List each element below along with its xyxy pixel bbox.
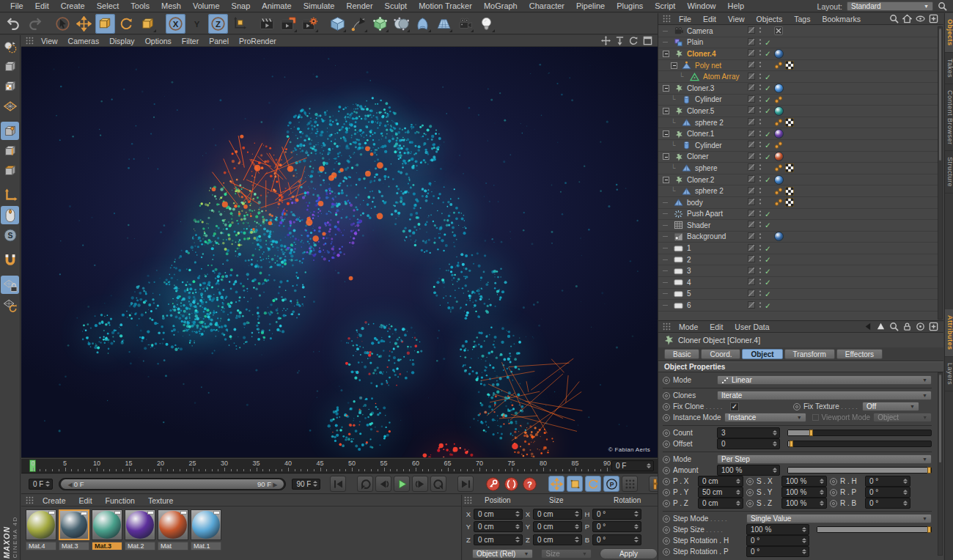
visibility-dots-icon[interactable]: [759, 197, 762, 207]
layer-icon[interactable]: [748, 130, 757, 139]
main-menu-character[interactable]: Character: [523, 1, 570, 10]
viewport-maximize-icon[interactable]: [643, 36, 652, 45]
layer-icon[interactable]: [748, 152, 757, 161]
enabled-check-icon[interactable]: ✓: [764, 38, 772, 47]
object-row-cloner-2[interactable]: Cloner.2✓: [658, 174, 938, 186]
step-size-field[interactable]: 100 %: [746, 524, 809, 535]
am-search-icon[interactable]: [889, 322, 899, 331]
coordinate-z-field[interactable]: 0 cm: [474, 534, 523, 545]
enabled-check-icon[interactable]: ✓: [764, 175, 772, 184]
keyframe-circle-icon[interactable]: [663, 526, 670, 534]
amount-field[interactable]: 100 %: [717, 465, 780, 476]
timeline-ruler[interactable]: 051015202530354045505560657075808590 0 F: [21, 459, 658, 474]
layout-select[interactable]: Standard ▼: [847, 1, 933, 11]
enabled-check-icon[interactable]: ✓: [764, 210, 772, 218]
panel-grip-icon[interactable]: [26, 496, 34, 505]
am-history-icon[interactable]: [916, 322, 925, 331]
visibility-dots-icon[interactable]: [759, 254, 762, 265]
visibility-dots-icon[interactable]: [759, 152, 762, 162]
modeling-objects-button[interactable]: [391, 14, 411, 34]
object-row-shader[interactable]: Shader✓: [658, 220, 938, 232]
main-menu-tools[interactable]: Tools: [125, 1, 155, 10]
visibility-dots-icon[interactable]: [759, 117, 762, 128]
dots-tag-icon[interactable]: [774, 118, 783, 127]
layer-icon[interactable]: [748, 38, 757, 47]
visibility-dots-icon[interactable]: [759, 301, 762, 311]
object-row-cloner[interactable]: Cloner✓: [658, 152, 938, 163]
keyframe-pla-toggle[interactable]: [622, 476, 638, 492]
visibility-dots-icon[interactable]: [759, 83, 762, 93]
goto-end-button[interactable]: [457, 476, 474, 492]
per-step-select[interactable]: Per Step▼: [717, 454, 932, 464]
panel-grip-icon[interactable]: [26, 37, 34, 45]
step-rotation-p-field[interactable]: 0 °: [746, 546, 809, 557]
r-h-field[interactable]: 0 °: [865, 476, 910, 487]
keyframe-circle-icon[interactable]: [793, 403, 801, 410]
enabled-check-icon[interactable]: ✓: [764, 49, 772, 58]
render-to-picture-viewer-button[interactable]: [279, 14, 298, 34]
viewport-tweak-button[interactable]: [1, 206, 19, 224]
timeline-range-slider[interactable]: ◀ 0 F 90 F ▶: [61, 479, 284, 489]
attribute-scrollbar[interactable]: [938, 372, 943, 556]
object-menu-file[interactable]: File: [673, 15, 697, 23]
object-row-atom-array[interactable]: └Atom Array✓: [658, 71, 938, 83]
visibility-dots-icon[interactable]: [759, 220, 762, 230]
side-tab-takes[interactable]: Takes: [945, 53, 953, 84]
render-settings-button[interactable]: [300, 14, 320, 34]
checker-tag-icon[interactable]: [785, 61, 794, 70]
stepper-icon[interactable]: [45, 481, 51, 487]
am-back-icon[interactable]: [863, 322, 872, 331]
coordinate-b-field[interactable]: 0 °: [592, 534, 641, 545]
main-menu-script[interactable]: Script: [649, 1, 681, 10]
viewport-pan-icon[interactable]: [601, 36, 611, 45]
offset-field[interactable]: 0: [717, 438, 780, 449]
search-icon[interactable]: [938, 1, 947, 11]
visibility-dots-icon[interactable]: [759, 60, 762, 70]
object-row-camera[interactable]: Camera: [658, 26, 938, 37]
object-row-plain[interactable]: Plain✓: [658, 37, 938, 49]
layer-icon[interactable]: [748, 95, 757, 104]
material-tag-icon[interactable]: [774, 175, 784, 185]
fix-clone-checkbox[interactable]: ✓: [730, 402, 739, 411]
visibility-dots-icon[interactable]: [759, 37, 762, 48]
visibility-dots-icon[interactable]: [759, 48, 762, 59]
om-home-icon[interactable]: [902, 14, 912, 23]
main-menu-edit[interactable]: Edit: [29, 1, 55, 10]
collapse-icon[interactable]: [671, 62, 677, 69]
move-tool-button[interactable]: [74, 14, 94, 34]
collapse-icon[interactable]: [663, 153, 669, 160]
object-row-body[interactable]: body: [658, 197, 938, 209]
enabled-check-icon[interactable]: ✓: [764, 255, 772, 264]
material-tag-icon[interactable]: [774, 49, 784, 59]
redo-button[interactable]: [25, 14, 45, 34]
material-mat-1[interactable]: Mat.1: [191, 509, 221, 550]
panel-grip-icon[interactable]: [663, 323, 671, 331]
p-y-field[interactable]: 50 cm: [698, 487, 743, 498]
layer-icon[interactable]: [748, 26, 757, 35]
main-menu-volume[interactable]: Volume: [187, 1, 226, 10]
panel-grip-icon[interactable]: [464, 496, 473, 505]
object-menu-view[interactable]: View: [722, 15, 751, 23]
collapse-icon[interactable]: [663, 130, 669, 137]
step-rotation-h-field[interactable]: 0 °: [746, 535, 809, 546]
layer-icon[interactable]: [748, 267, 757, 276]
object-row-cloner-1[interactable]: Cloner.1✓: [658, 128, 938, 140]
tab-effectors[interactable]: Effectors: [836, 349, 883, 359]
main-menu-snap[interactable]: Snap: [226, 1, 257, 10]
layer-icon[interactable]: [748, 141, 757, 150]
size-mode-select[interactable]: Size▼: [541, 549, 591, 559]
layer-icon[interactable]: [748, 84, 757, 92]
layer-icon[interactable]: [748, 301, 757, 310]
count-slider[interactable]: [787, 430, 932, 436]
layer-icon[interactable]: [748, 232, 757, 241]
keyframe-parameter-toggle[interactable]: P: [603, 476, 619, 492]
visibility-dots-icon[interactable]: [759, 26, 762, 36]
keyframe-circle-icon[interactable]: [663, 500, 670, 507]
material-menu-create[interactable]: Create: [36, 496, 73, 505]
material-menu-edit[interactable]: Edit: [73, 496, 99, 505]
layer-icon[interactable]: [748, 73, 757, 81]
dots-tag-icon[interactable]: [774, 163, 783, 172]
main-menu-create[interactable]: Create: [55, 1, 91, 10]
enable-axis-button[interactable]: [1, 186, 19, 205]
coordinate-x-field[interactable]: 0 cm: [533, 509, 582, 520]
